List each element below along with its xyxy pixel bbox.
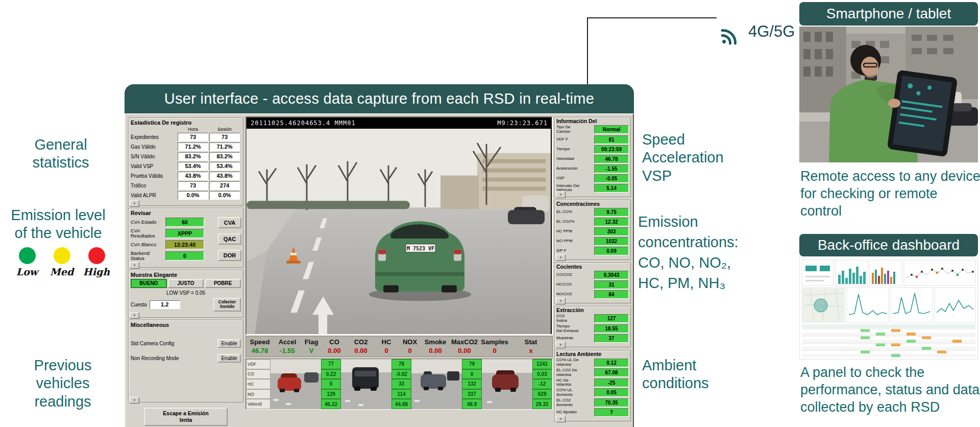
statistics-headers: Hora Sesión [131,127,241,132]
field-label: S/P F [556,249,593,253]
field-value: -0.05 [594,174,629,183]
strip-row-label: NO [246,389,271,399]
readings-column: CO2 0.00 [347,338,375,354]
annotation-emission-level: Emission level of the vehicle [3,206,113,243]
collapse-button[interactable]: ∧ [130,397,139,404]
field-label: EL CO2 Aumento [556,398,593,408]
dashboard-title: Back-office dashboard [818,237,960,253]
cuesta-input[interactable]: 1.2 [150,300,180,309]
stat-value-hora: 71.2% [178,143,208,151]
vehicle-thumbnail [482,359,532,409]
strip-value: 629 [532,389,552,399]
vehicle-thumbnail [271,359,321,409]
strip-row-label: CO [246,369,271,379]
column-value: 0 [375,347,398,354]
stat-value-sesion: 53.4% [209,162,240,171]
info-row: EL CO% 9.75 [556,208,629,217]
strip-value: 1241 [532,359,552,369]
field-label: Velocidad [556,157,593,161]
field-label: Muestras [556,336,593,341]
readings-column: Accel -1.55 [274,338,301,354]
statistics-row: Valid ALPR 0.0% 0.0% [131,191,241,200]
revisar-row: CVA Resultados XPPP [131,228,215,239]
std-camera-config-label: Std Camera Config [131,341,174,346]
field-value: 303 [594,227,629,236]
enable-recording-button[interactable]: Enable [217,354,241,363]
collapse-button[interactable]: ∧ [556,342,566,348]
stat-value-sesion: 73 [209,133,240,141]
info-row: EL CO2 Aumento 70.35 [556,398,629,408]
revisar-value: 0 [165,251,204,260]
bueno-button[interactable]: BUENO [131,279,167,288]
dashboard-caption: A panel to check the performance, status… [800,364,980,416]
field-value: 1032 [594,237,629,246]
info-row: HC/CO2 31 [556,280,629,289]
revisar-row: Backend Status 0 [131,251,215,261]
level-label: High [83,266,110,277]
field-value: 0.12 [594,359,629,367]
field-label: Aceleración [556,167,593,171]
justo-button[interactable]: JUSTO [168,279,204,288]
field-value: 70.35 [594,398,629,407]
connector-line-vertical [587,17,588,84]
strip-value: 33 [391,379,411,389]
collapse-button[interactable]: ∧ [556,254,566,261]
vehicle-readings-column: 12410.03-1262929.32 [532,359,552,409]
strip-row-label: VDF [246,359,271,369]
column-value: -1.55 [274,347,301,354]
ratios-section: Cocientes CO/CO2 0.3043 HC/CO2 31 [554,263,631,303]
vehicle-info-section: Información Del Tipo De Camión Normal VD… [554,117,631,197]
col-header-hora: Hora [178,127,208,132]
collapse-button[interactable]: ∧ [556,192,566,198]
stat-label: Valid ALPR [131,193,177,198]
field-label: HC/CO2 [556,282,593,287]
collapse-button[interactable]: ∧ [130,262,139,269]
field-label: Tiempo Del Exhaust [556,324,593,334]
column-header: NOX [398,338,422,346]
muestra-title: Muestra Elegante [131,272,241,278]
stat-value-hora: 53.4% [178,162,208,171]
column-header: Flag [301,338,322,346]
field-label: Tiempo [556,147,593,152]
collapse-button[interactable]: ∧ [130,312,139,319]
revisar-label: CVA Estado [131,220,164,225]
smartphone-header: Smartphone / tablet [799,2,978,26]
column-value: 0 [480,347,509,354]
info-row: Aceleración -1.55 [556,164,629,173]
statistics-row: Gas Válido 71.2% 71.2% [131,143,241,151]
dor-button[interactable]: DOR [218,250,241,261]
strip-value: 77 [321,359,341,369]
collapse-button[interactable]: ∧ [556,298,566,304]
column-header: CO [322,338,347,346]
annotation-emission-concentrations: Emission concentrations: CO, NO, NO₂, HC… [638,211,755,293]
col-header-sesion: Sesión [209,127,240,132]
pobre-button[interactable]: POBRE [205,279,241,288]
column-value: 0.00 [449,347,480,354]
strip-row-labels: VDFCOHCNOVelocid [246,359,271,409]
center-column: 20111025.46204653.4 MMM01 M9:23:23.671 [246,116,553,426]
collector-button[interactable]: Colector Sonido [213,298,241,312]
revisar-row: CVA Blanco 13:23:40 [131,240,215,249]
enable-camera-button[interactable]: Enable [217,339,241,348]
escape-emission-button[interactable]: Escape a Emisión lenta [144,408,228,426]
qac-button[interactable]: QAC [218,233,241,245]
legend-item: Low [15,247,39,277]
stat-value-hora: 43.8% [178,172,208,180]
info-row: EL CO2% 12.32 [556,218,629,226]
info-row: CO/CO2 0.3043 [556,271,629,279]
smartphone-caption: Remote access to any device for checking… [800,168,980,220]
stat-label: Prueba Válida [131,173,177,179]
legend-item: High [85,247,108,277]
statistics-title: Estadística De registro [131,120,241,126]
cva-button[interactable]: CVA [218,217,241,228]
strip-value: 79 [462,359,482,369]
video-timestamp-left: 20111025.46204653.4 MMM01 [251,120,356,127]
collapse-button[interactable]: ∧ [556,416,566,422]
field-value: 37 [594,334,629,343]
revisar-label: CVA Resultados [131,228,164,239]
collapse-button[interactable]: ∧ [130,200,139,207]
readings-column: Smoke 0.00 [422,338,449,354]
field-label: CO2 Índice [556,314,593,323]
miscellaneous-title: Miscellaneous [131,322,241,328]
stat-value-sesion: 274 [209,181,240,190]
